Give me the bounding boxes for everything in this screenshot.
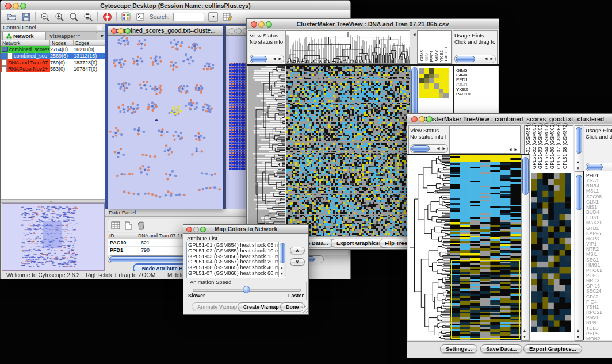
usage-hints-hscrollbar[interactable] bbox=[586, 163, 612, 171]
scroll-down-icon[interactable]: ▼ bbox=[279, 270, 285, 277]
attribute-item[interactable]: GPL51-07 (GSM868) heat shock 60 min bbox=[188, 271, 285, 277]
close-icon[interactable] bbox=[5, 3, 12, 9]
treeview1-zoom-heat-matrix[interactable] bbox=[419, 68, 449, 98]
scroll-up-icon[interactable]: ▲ bbox=[575, 159, 581, 165]
matrix-cell[interactable] bbox=[429, 83, 434, 89]
birdseye-viewport-rect[interactable] bbox=[43, 221, 62, 248]
matrix-cell[interactable] bbox=[439, 68, 444, 74]
matrix-cell[interactable] bbox=[439, 78, 444, 83]
matrix-cell[interactable] bbox=[439, 89, 444, 94]
attribute-item[interactable]: GPL51-03 (GSM856) heat shock 15 min bbox=[188, 254, 285, 260]
matrix-cell[interactable] bbox=[443, 93, 449, 98]
scroll-right-icon[interactable]: ▶ bbox=[489, 55, 495, 62]
minimize-icon[interactable] bbox=[193, 227, 199, 232]
attribute-item[interactable]: GPL51-04 (GSM857) heat shock 20 min bbox=[188, 259, 285, 265]
zoom-in-icon[interactable] bbox=[54, 12, 64, 22]
move-down-button[interactable]: ∨ bbox=[290, 258, 305, 266]
network-row[interactable]: combined_sco2569(6)13112(15) bbox=[1, 53, 105, 60]
close-icon[interactable] bbox=[251, 21, 257, 28]
matrix-cell[interactable] bbox=[424, 74, 429, 79]
zoom-out-icon[interactable] bbox=[40, 12, 50, 22]
search-input[interactable] bbox=[173, 13, 204, 21]
treeview1-gene-dendrogram[interactable] bbox=[248, 66, 285, 236]
minimize-icon[interactable] bbox=[419, 116, 425, 122]
slider-thumb[interactable] bbox=[243, 286, 250, 293]
dense-network-block[interactable] bbox=[229, 63, 246, 170]
export-graphics-button[interactable]: Export Graphics... bbox=[523, 344, 582, 353]
save-icon[interactable] bbox=[21, 12, 31, 22]
settings-button[interactable]: Settings... bbox=[440, 344, 477, 353]
matrix-cell[interactable] bbox=[429, 93, 434, 98]
column-header[interactable]: Network bbox=[1, 40, 50, 46]
scroll-left-icon[interactable]: ◀ bbox=[483, 55, 489, 62]
treeview2-gene-dendrogram[interactable] bbox=[408, 155, 450, 340]
float-panel-icon[interactable] bbox=[97, 25, 102, 30]
column-header[interactable]: ID bbox=[108, 233, 136, 239]
usage-hints-hscrollbar[interactable]: ◀ ▶ bbox=[454, 55, 496, 63]
matrix-cell[interactable] bbox=[424, 68, 429, 74]
matrix-cell[interactable] bbox=[434, 68, 439, 74]
view-status-hscrollbar[interactable]: ◀ ▶ bbox=[410, 144, 448, 153]
new-document-icon[interactable] bbox=[123, 220, 133, 231]
scroll-left-icon[interactable]: ◀ bbox=[271, 55, 277, 62]
matrix-cell[interactable] bbox=[419, 83, 424, 89]
matrix-cell[interactable] bbox=[439, 83, 444, 89]
attribute-listbox[interactable]: GPL51-01 (GSM854) heat shock 05 minGPL51… bbox=[186, 242, 286, 278]
close-icon[interactable] bbox=[411, 116, 418, 122]
matrix-cell[interactable] bbox=[429, 68, 434, 74]
network-row[interactable]: DNA and Tran 07769(0)183728(0) bbox=[1, 59, 105, 66]
network-graph-canvas[interactable] bbox=[108, 36, 221, 208]
matrix-cell[interactable] bbox=[424, 78, 429, 83]
treeview2-title-bar[interactable]: ClusterMaker TreeView : combined_scores_… bbox=[407, 114, 612, 124]
matrix-cell[interactable] bbox=[429, 89, 434, 94]
scroll-right-icon[interactable]: ▶ bbox=[277, 55, 283, 62]
zoom-window-icon[interactable] bbox=[125, 28, 131, 34]
matrix-cell[interactable] bbox=[434, 93, 439, 98]
splitter-handle[interactable]: •• bbox=[1, 199, 105, 203]
network-view-title-bar[interactable]: combined_scores_good.txt--cluste... bbox=[108, 26, 223, 36]
matrix-cell[interactable] bbox=[429, 74, 434, 79]
view-status-hscrollbar[interactable]: ◀ ▶ bbox=[250, 55, 284, 63]
close-icon[interactable] bbox=[186, 227, 192, 232]
attribute-item[interactable]: GPL51-02 (GSM855) heat shock 10 min bbox=[188, 248, 285, 254]
treeview2-heatmap[interactable] bbox=[450, 155, 521, 340]
zoom-window-icon[interactable] bbox=[266, 21, 272, 28]
matrix-cell[interactable] bbox=[419, 78, 424, 83]
move-up-button[interactable]: ∧ bbox=[290, 247, 305, 254]
minimize-icon[interactable] bbox=[236, 28, 242, 34]
matrix-cell[interactable] bbox=[419, 74, 424, 79]
matrix-cell[interactable] bbox=[434, 83, 439, 89]
matrix-cell[interactable] bbox=[443, 89, 449, 94]
scroll-left-icon[interactable]: ◀ bbox=[435, 145, 441, 151]
zoom-window-icon[interactable] bbox=[426, 116, 433, 122]
matrix-cell[interactable] bbox=[439, 93, 444, 98]
treeview2-labels-vscrollbar[interactable]: ▲ ▼ bbox=[575, 125, 583, 173]
treeview1-heatmap[interactable] bbox=[286, 66, 410, 236]
matrix-cell[interactable] bbox=[419, 93, 424, 98]
help-lifering-icon[interactable] bbox=[102, 12, 112, 22]
zoom-window-icon[interactable] bbox=[200, 227, 206, 232]
birdseye-view[interactable] bbox=[2, 203, 105, 271]
column-header[interactable]: Edges bbox=[74, 40, 105, 46]
matrix-cell[interactable] bbox=[443, 74, 449, 79]
scrollbar-thumb[interactable] bbox=[280, 243, 285, 263]
column-header[interactable]: Nodes bbox=[50, 40, 74, 46]
animate-vizmap-button[interactable]: Animate Vizmap bbox=[192, 302, 243, 311]
attribute-item[interactable]: GPL51-01 (GSM854) heat shock 05 min bbox=[188, 243, 285, 248]
scroll-right-icon[interactable]: ▶ bbox=[513, 146, 519, 152]
treeview2-vscrollbar[interactable]: ▲ ▼ bbox=[521, 155, 530, 341]
minimize-icon[interactable] bbox=[118, 28, 124, 34]
scroll-down-icon[interactable]: ▼ bbox=[575, 165, 581, 171]
scroll-right-icon[interactable]: ▶ bbox=[441, 145, 447, 151]
treeview2-zoom-panel[interactable] bbox=[529, 171, 574, 340]
scrollbar-thumb[interactable] bbox=[251, 56, 267, 62]
matrix-cell[interactable] bbox=[424, 83, 429, 89]
vizmap-grid-icon[interactable] bbox=[121, 12, 131, 22]
matrix-cell[interactable] bbox=[439, 74, 444, 79]
zoom-selected-icon[interactable] bbox=[68, 12, 79, 22]
scroll-down-icon[interactable]: ▼ bbox=[575, 334, 581, 340]
dialog-title-bar[interactable]: Map Colors to Network bbox=[183, 225, 308, 234]
treeview2-zoom-vscrollbar[interactable]: ▲ ▼ bbox=[575, 171, 583, 341]
minimize-icon[interactable] bbox=[13, 3, 19, 9]
matrix-cell[interactable] bbox=[419, 68, 424, 74]
